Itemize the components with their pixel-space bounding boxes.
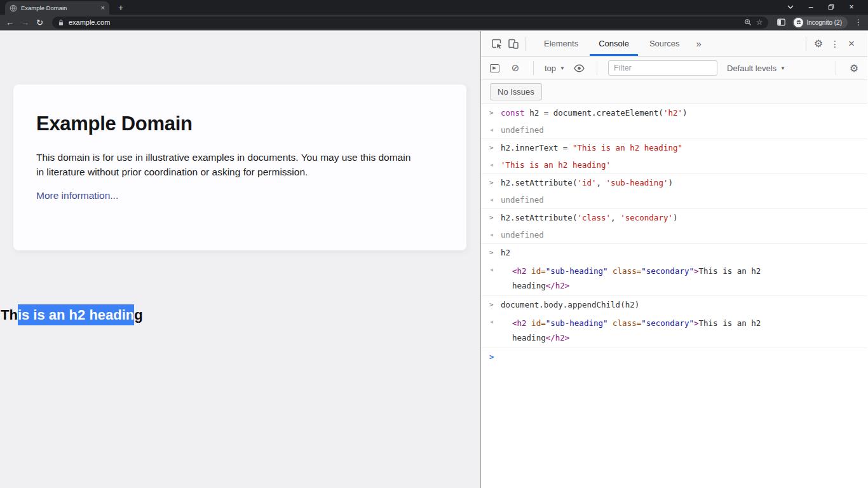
url-text: example.com [69, 18, 740, 26]
levels-label: Default levels [727, 64, 776, 73]
console-messages: >const h2 = document.createElement('h2')… [481, 104, 867, 488]
show-console-sidebar-icon[interactable]: ▶ [487, 61, 501, 75]
console-result-row: ◂'This is an h2 heading' [481, 156, 867, 173]
h2-text-before-selection: Th [1, 307, 18, 323]
console-toolbar: ▶ ⊘ top ▼ Default levels ▼ ⚙ [481, 57, 867, 80]
toolbar-separator [597, 61, 597, 75]
console-command-text: document.body.appendChild(h2) [501, 299, 639, 311]
toolbar-separator [836, 61, 836, 75]
zoom-icon[interactable] [744, 18, 752, 26]
page-title: Example Domain [36, 112, 466, 135]
console-group: >h2◂<h2 id="sub-heading" class="secondar… [481, 244, 867, 296]
sidebar-play-glyph: ▶ [492, 65, 496, 71]
console-result-row: ◂undefined [481, 121, 867, 139]
console-result-text: undefined [501, 194, 544, 206]
console-result-text: 'This is an h2 heading' [501, 159, 611, 171]
console-result-row[interactable]: ◂<h2 id="sub-heading" class="secondary">… [481, 261, 867, 295]
appended-h2-heading: This is an h2 heading [1, 307, 143, 323]
window-restore-icon[interactable] [821, 0, 841, 14]
result-arrow-icon: ◂ [489, 194, 501, 206]
console-command-row: >h2.setAttribute('id', 'sub-heading') [481, 174, 867, 191]
back-icon[interactable]: ← [6, 18, 14, 27]
command-chevron-icon: > [489, 107, 501, 119]
create-live-expression-eye-icon[interactable] [572, 61, 586, 75]
incognito-icon [794, 18, 803, 27]
h2-selected-text: is is an h2 headin [18, 304, 134, 325]
context-label: top [545, 64, 556, 73]
command-chevron-icon: > [489, 177, 501, 189]
forward-icon[interactable]: → [21, 18, 29, 27]
chevron-down-icon: ▼ [560, 65, 565, 71]
tab-console[interactable]: Console [588, 31, 639, 56]
console-result-text: <h2 id="sub-heading" class="secondary">T… [501, 316, 773, 345]
devtools-tab-bar: Elements Console Sources » ⚙ ⋮ × [481, 31, 867, 57]
window-close-icon[interactable]: × [841, 0, 862, 14]
console-filter-input[interactable] [608, 60, 717, 76]
console-group: >document.body.appendChild(h2)◂<h2 id="s… [481, 296, 867, 348]
h2-text-after-selection: g [134, 307, 142, 323]
command-chevron-icon: > [489, 299, 501, 311]
log-levels-dropdown[interactable]: Default levels ▼ [727, 64, 785, 73]
clear-console-icon[interactable]: ⊘ [508, 61, 522, 75]
address-bar[interactable]: example.com ☆ [52, 17, 769, 29]
globe-favicon-icon [10, 4, 17, 12]
bookmark-star-icon[interactable]: ☆ [756, 18, 763, 26]
devtools-settings-gear-icon[interactable]: ⚙ [810, 36, 827, 52]
devtools-tabs: Elements Console Sources [534, 31, 690, 56]
console-command-row: >h2.innerText = "This is an h2 heading" [481, 139, 867, 156]
javascript-context-dropdown[interactable]: top ▼ [545, 64, 565, 73]
console-command-text: const h2 = document.createElement('h2') [501, 107, 688, 119]
console-prompt[interactable]: > [481, 348, 867, 366]
tab-close-icon[interactable]: × [101, 4, 105, 11]
inspect-element-icon[interactable] [489, 36, 505, 52]
console-command-text: h2 [501, 247, 510, 259]
page-paragraph: This domain is for use in illustrative e… [36, 150, 419, 179]
result-arrow-icon: ◂ [489, 124, 501, 136]
console-command-row: >h2 [481, 244, 867, 261]
window-minimize-icon[interactable]: – [801, 0, 821, 14]
tab-elements[interactable]: Elements [534, 31, 588, 56]
console-command-text: h2.innerText = "This is an h2 heading" [501, 142, 682, 154]
command-chevron-icon: > [489, 142, 501, 154]
tab-sources[interactable]: Sources [639, 31, 690, 56]
more-tabs-icon[interactable]: » [690, 38, 708, 49]
window-content: Example Domain This domain is for use in… [0, 30, 868, 488]
tab-strip: Example Domain × + – × [0, 0, 868, 15]
example-domain-card: Example Domain This domain is for use in… [13, 85, 466, 250]
console-command-row: >h2.setAttribute('class', 'secondary') [481, 209, 867, 226]
browser-tab[interactable]: Example Domain × [5, 1, 109, 15]
console-command-text: h2.setAttribute('class', 'secondary') [501, 212, 678, 224]
no-issues-button[interactable]: No Issues [490, 83, 542, 100]
toolbar-separator [806, 37, 806, 51]
browser-menu-dots-icon[interactable]: ⋮ [855, 18, 862, 26]
console-result-row: ◂undefined [481, 191, 867, 208]
console-group: >h2.setAttribute('id', 'sub-heading')◂un… [481, 174, 867, 209]
toolbar-separator [526, 37, 526, 51]
devtools-menu-dots-icon[interactable]: ⋮ [827, 36, 843, 52]
prompt-chevron-icon: > [489, 353, 501, 362]
window-chevron-icon[interactable] [780, 0, 801, 14]
devtools-panel: Elements Console Sources » ⚙ ⋮ × ▶ ⊘ top… [480, 31, 867, 488]
command-chevron-icon: > [489, 247, 501, 259]
lock-icon [58, 19, 64, 26]
devtools-header-actions: ⚙ ⋮ × [802, 36, 860, 52]
side-panel-icon[interactable] [777, 18, 785, 26]
console-settings-gear-icon[interactable]: ⚙ [847, 61, 861, 75]
reload-icon[interactable]: ↻ [36, 18, 43, 27]
incognito-badge[interactable]: Incognito (2) [792, 17, 848, 29]
browser-toolbar: ← → ↻ example.com ☆ Incognito (2) ⋮ [0, 15, 868, 30]
new-tab-button[interactable]: + [118, 3, 123, 12]
devtools-close-icon[interactable]: × [843, 36, 860, 52]
command-chevron-icon: > [489, 212, 501, 224]
more-information-link[interactable]: More information... [36, 190, 118, 201]
tab-title: Example Domain [21, 4, 97, 11]
console-group: >h2.setAttribute('class', 'secondary')◂u… [481, 209, 867, 244]
toggle-device-toolbar-icon[interactable] [505, 36, 522, 52]
toolbar-separator [533, 61, 534, 75]
result-arrow-icon: ◂ [489, 316, 501, 345]
chevron-down-icon: ▼ [780, 65, 785, 71]
incognito-label: Incognito (2) [806, 19, 842, 26]
console-command-text: h2.setAttribute('id', 'sub-heading') [501, 177, 673, 189]
web-page: Example Domain This domain is for use in… [0, 31, 480, 488]
console-result-row[interactable]: ◂<h2 id="sub-heading" class="secondary">… [481, 313, 867, 348]
